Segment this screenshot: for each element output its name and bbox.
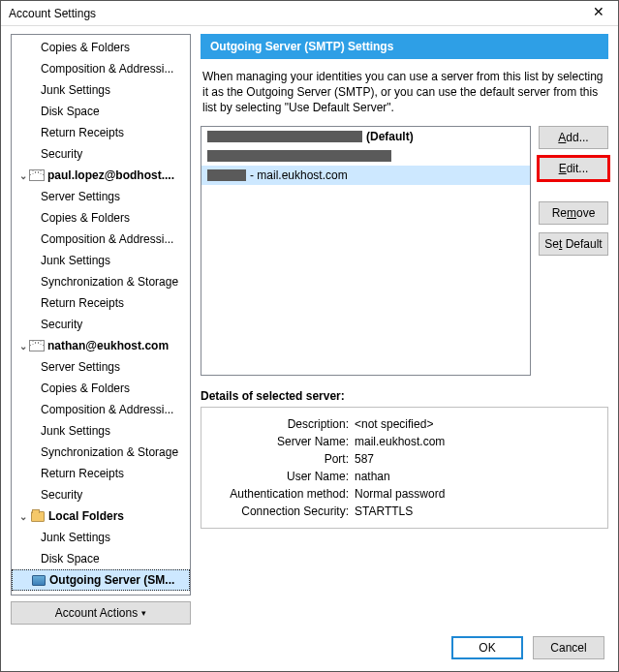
edit-button[interactable]: Edit... [539, 157, 608, 180]
detail-row: User Name:nathan [211, 468, 598, 485]
tree-item[interactable]: Junk Settings [12, 79, 190, 101]
close-button[interactable]: ✕ [579, 1, 618, 26]
tree-item[interactable]: Synchronization & Storage [12, 442, 190, 463]
button-column: Add... Edit... Remove Set Default [539, 126, 608, 376]
tree-local-folders[interactable]: ⌄ Local Folders [12, 505, 190, 527]
tree-item[interactable]: Return Receipts [12, 463, 190, 484]
tree-item[interactable]: Server Settings [12, 186, 190, 207]
titlebar: Account Settings ✕ [1, 1, 618, 26]
server-suffix: (Default) [366, 130, 414, 143]
panel-title: Outgoing Server (SMTP) Settings [201, 34, 608, 59]
tree-item[interactable]: Disk Space [12, 101, 190, 122]
remove-button[interactable]: Remove [539, 201, 608, 225]
panel-description: When managing your identities you can us… [201, 59, 608, 116]
smtp-server-item-selected[interactable]: - mail.eukhost.com [201, 166, 530, 185]
sidebar: Copies & Folders Composition & Addressi.… [11, 34, 191, 625]
detail-row: Server Name:mail.eukhost.com [211, 433, 598, 450]
tree-item[interactable]: Composition & Addressi... [12, 58, 190, 79]
detail-row: Connection Security:STARTTLS [211, 503, 598, 520]
tree-account[interactable]: ⌄ paul.lopez@bodhost.... [12, 165, 190, 186]
tree-item[interactable]: Disk Space [12, 548, 190, 569]
detail-row: Description:<not specified> [211, 415, 598, 433]
main-panel: Outgoing Server (SMTP) Settings When man… [201, 34, 608, 625]
tree-item[interactable]: Composition & Addressi... [12, 399, 190, 420]
dropdown-icon: ▾ [141, 608, 146, 618]
tree-account[interactable]: ⌄ nathan@eukhost.com [12, 335, 190, 356]
redacted [207, 131, 362, 142]
envelope-icon [29, 340, 45, 351]
set-default-button[interactable]: Set Default [539, 232, 608, 256]
tree-item[interactable]: Return Receipts [12, 292, 190, 314]
account-actions-button[interactable]: Account Actions ▾ [11, 601, 191, 625]
tree-item[interactable]: Security [12, 143, 190, 165]
server-row: (Default) - mail.eukhost.com Add... Edit… [201, 126, 608, 376]
tree-item[interactable]: Junk Settings [12, 527, 190, 548]
tree-smtp[interactable]: Outgoing Server (SM... [12, 569, 190, 591]
tree-item[interactable]: Synchronization & Storage [12, 271, 190, 292]
smtp-server-item[interactable] [201, 146, 530, 166]
tree-item[interactable]: Copies & Folders [12, 37, 190, 58]
envelope-icon [29, 169, 45, 181]
tree-item[interactable]: Junk Settings [12, 250, 190, 271]
detail-row: Authentication method:Normal password [211, 485, 598, 503]
dialog-footer: OK Cancel [1, 625, 618, 671]
add-button[interactable]: Add... [539, 126, 608, 149]
smtp-server-item[interactable]: (Default) [201, 127, 530, 146]
details-section: Details of selected server: Description:… [201, 389, 608, 529]
tree-item[interactable]: Copies & Folders [12, 378, 190, 399]
tree-item[interactable]: Server Settings [12, 356, 190, 378]
tree-item[interactable]: Security [12, 484, 190, 505]
redacted [207, 150, 391, 162]
tree-item[interactable]: Security [12, 314, 190, 335]
tree-item[interactable]: Return Receipts [12, 122, 190, 143]
chevron-down-icon: ⌄ [17, 511, 29, 522]
detail-row: Port:587 [211, 450, 598, 468]
details-title: Details of selected server: [201, 389, 608, 407]
account-tree-scroll[interactable]: Copies & Folders Composition & Addressi.… [12, 35, 190, 595]
content: Copies & Folders Composition & Addressi.… [1, 26, 618, 625]
details-box: Description:<not specified> Server Name:… [201, 407, 608, 529]
tree-item[interactable]: Copies & Folders [12, 207, 190, 229]
ok-button[interactable]: OK [451, 636, 523, 659]
window-title: Account Settings [9, 7, 579, 20]
tree-item[interactable]: Composition & Addressi... [12, 229, 190, 250]
smtp-icon [32, 575, 46, 586]
smtp-server-list[interactable]: (Default) - mail.eukhost.com [201, 126, 531, 376]
chevron-down-icon: ⌄ [17, 170, 29, 181]
tree-item[interactable]: Junk Settings [12, 420, 190, 442]
cancel-button[interactable]: Cancel [533, 636, 604, 659]
redacted [207, 169, 246, 181]
chevron-down-icon: ⌄ [17, 341, 29, 351]
server-suffix: - mail.eukhost.com [250, 168, 348, 182]
folder-icon [31, 511, 45, 522]
account-tree: Copies & Folders Composition & Addressi.… [11, 34, 191, 596]
